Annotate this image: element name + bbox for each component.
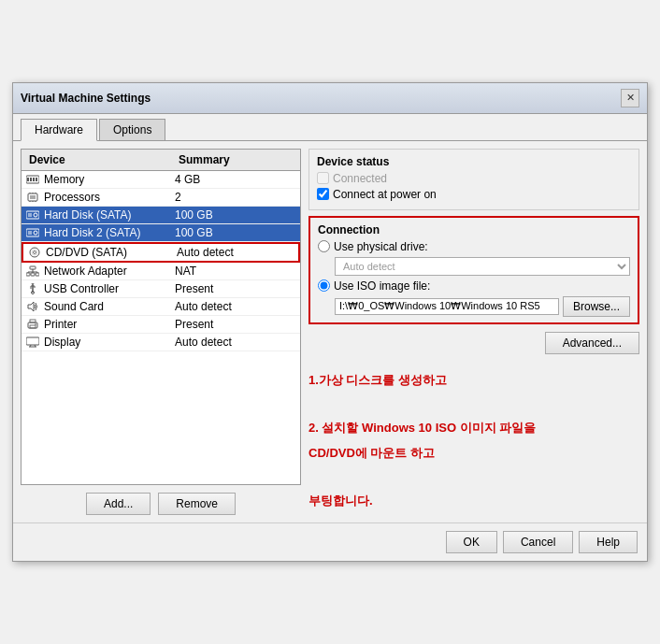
browse-button[interactable]: Browse... <box>563 296 630 317</box>
auto-detect-dropdown-row: Auto detect <box>335 257 630 276</box>
row-device-value: 4 GB <box>175 173 296 186</box>
row-device-name: Network Adapter <box>44 265 175 278</box>
connection-label: Connection <box>318 223 630 236</box>
harddisk-icon <box>25 209 40 221</box>
table-row[interactable]: Processors 2 <box>22 189 300 207</box>
device-table: Device Summary Memory <box>21 149 301 485</box>
row-device-value: 2 <box>175 191 296 204</box>
close-button[interactable]: ✕ <box>621 89 639 107</box>
table-row[interactable]: Hard Disk 2 (SATA) 100 GB <box>22 224 300 242</box>
footer-buttons: OK Cancel Help <box>13 522 647 561</box>
device-status-label: Device status <box>317 155 631 168</box>
main-content: Device Summary Memory <box>13 141 647 522</box>
svg-rect-4 <box>36 178 37 181</box>
table-row[interactable]: Sound Card Auto detect <box>22 298 300 316</box>
advanced-row: Advanced... <box>308 332 639 354</box>
row-device-name: Processors <box>44 191 175 204</box>
ok-button[interactable]: OK <box>446 531 497 553</box>
instruction-line-3: CD/DVD에 마운트 하고 <box>308 442 639 464</box>
table-row[interactable]: CD/DVD (SATA) Auto detect <box>22 242 300 263</box>
row-device-name: USB Controller <box>44 282 175 295</box>
instruction-line-1: 1.가상 디스크를 생성하고 <box>308 369 639 391</box>
title-controls: ✕ <box>621 89 639 107</box>
svg-point-23 <box>32 250 37 255</box>
sound-icon <box>25 301 40 312</box>
table-row[interactable]: USB Controller Present <box>22 280 300 298</box>
window-title: Virtual Machine Settings <box>21 92 151 105</box>
row-device-name: Hard Disk 2 (SATA) <box>44 226 175 239</box>
connect-power-checkbox[interactable] <box>317 188 329 200</box>
instruction-line-4: 부팅합니다. <box>308 490 639 511</box>
svg-rect-25 <box>26 273 30 276</box>
table-row[interactable]: Network Adapter NAT <box>22 263 300 280</box>
remove-button[interactable]: Remove <box>158 493 236 515</box>
iso-path-row: Browse... <box>335 296 630 317</box>
row-device-value: Present <box>175 318 296 331</box>
physical-drive-radio[interactable] <box>318 240 330 252</box>
row-device-name: Hard Disk (SATA) <box>44 208 175 222</box>
bottom-buttons: Add... Remove <box>21 493 301 515</box>
instruction-line-2: 2. 설치할 Windows 10 ISO 이미지 파일을 <box>308 417 639 438</box>
table-header: Device Summary <box>22 150 300 171</box>
usb-icon <box>25 283 40 294</box>
iso-path-input[interactable] <box>335 298 559 315</box>
row-device-name: Printer <box>44 318 175 331</box>
instructions-block: 1.가상 디스크를 생성하고 2. 설치할 Windows 10 ISO 이미지… <box>308 369 639 515</box>
svg-point-43 <box>35 323 36 325</box>
row-device-value: Auto detect <box>175 300 296 313</box>
virtual-machine-settings-window: Virtual Machine Settings ✕ Hardware Opti… <box>12 82 648 562</box>
svg-marker-38 <box>31 283 35 284</box>
memory-icon <box>25 174 40 185</box>
row-device-value: Auto detect <box>175 336 296 349</box>
iso-image-label: Use ISO image file: <box>334 279 430 293</box>
svg-rect-26 <box>31 273 35 276</box>
physical-drive-select[interactable]: Auto detect <box>335 257 630 276</box>
svg-rect-3 <box>33 178 35 181</box>
iso-image-radio[interactable] <box>318 279 330 292</box>
row-device-value: Present <box>175 282 296 295</box>
svg-rect-1 <box>27 178 29 181</box>
tab-options[interactable]: Options <box>99 119 165 141</box>
help-button[interactable]: Help <box>579 531 638 553</box>
harddisk-icon <box>25 227 40 238</box>
svg-point-18 <box>34 231 37 235</box>
row-device-value: 100 GB <box>175 208 296 222</box>
cancel-button[interactable]: Cancel <box>503 531 573 553</box>
device-status-section: Device status Connected Connect at power… <box>308 149 639 210</box>
svg-rect-27 <box>36 273 39 276</box>
svg-rect-2 <box>30 178 32 181</box>
table-row[interactable]: Memory 4 GB <box>22 171 300 189</box>
display-icon <box>25 336 40 348</box>
svg-marker-39 <box>28 302 34 311</box>
svg-point-22 <box>34 250 36 253</box>
title-bar: Virtual Machine Settings ✕ <box>13 83 647 114</box>
advanced-button[interactable]: Advanced... <box>545 332 639 354</box>
tab-hardware[interactable]: Hardware <box>21 119 97 141</box>
cddvd-icon <box>27 247 42 258</box>
physical-drive-row: Use physical drive: <box>318 240 630 253</box>
svg-rect-44 <box>26 337 39 345</box>
connect-power-label: Connect at power on <box>333 188 437 201</box>
row-device-value: Auto detect <box>177 246 294 259</box>
svg-point-21 <box>30 248 39 257</box>
right-panel: Device status Connected Connect at power… <box>308 149 639 515</box>
table-row[interactable]: Printer Present <box>22 316 300 334</box>
connected-checkbox[interactable] <box>317 172 329 184</box>
table-row[interactable]: Display Auto detect <box>22 334 300 351</box>
processor-icon <box>25 192 40 203</box>
svg-point-14 <box>34 213 37 217</box>
row-device-name: Memory <box>44 173 175 186</box>
connected-label: Connected <box>333 172 387 185</box>
row-device-value: NAT <box>175 265 296 278</box>
row-device-value: 100 GB <box>175 226 296 239</box>
table-row[interactable]: Hard Disk (SATA) 100 GB <box>22 207 300 224</box>
svg-rect-24 <box>30 266 36 269</box>
printer-icon <box>25 319 40 330</box>
network-icon <box>25 265 40 277</box>
connected-row: Connected <box>317 172 631 185</box>
iso-image-row: Use ISO image file: <box>318 279 630 293</box>
add-button[interactable]: Add... <box>86 493 151 515</box>
tabs-bar: Hardware Options <box>13 114 647 141</box>
header-device: Device <box>25 151 175 168</box>
physical-drive-label: Use physical drive: <box>334 240 428 253</box>
